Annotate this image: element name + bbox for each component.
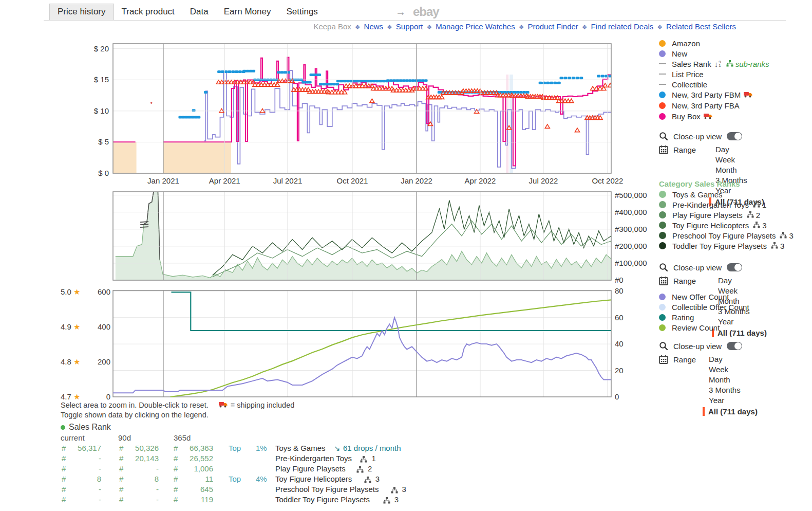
calendar-icon: [659, 276, 668, 285]
calendar-icon: [659, 355, 668, 364]
x-tick-jul-2021: Jul 2021: [267, 176, 308, 185]
offers-left-tick-200: 200: [90, 357, 110, 366]
price-y-tick-0: $ 0: [78, 169, 109, 177]
range-option-all-3[interactable]: All (711 days): [703, 406, 758, 416]
legend-item-new[interactable]: New: [659, 48, 687, 59]
star-icon: ★: [73, 392, 80, 401]
rating-value: 4.9: [61, 322, 73, 331]
range-option-day-2[interactable]: Day: [718, 276, 732, 286]
table-row: #8#8#11Top4%Toy Figure Helicopters3: [0, 474, 565, 485]
drops-arrow-icon: ↘: [334, 444, 341, 453]
legend-item-amazon[interactable]: Amazon: [659, 38, 700, 48]
rank-value: -: [127, 464, 159, 473]
category-name: Pre-Kindergarten Toys: [275, 454, 352, 463]
rating-tick-4.9: 4.9 ★: [61, 322, 80, 332]
range-option-week-3[interactable]: Week: [709, 365, 728, 375]
closeup-view-control-3[interactable]: Close-up view: [659, 341, 742, 351]
subranks-link[interactable]: sub-ranks: [735, 60, 769, 68]
stats-col-365d: 365d: [174, 433, 191, 442]
range-all-label: All (711 days): [717, 328, 767, 337]
range-option-day-3[interactable]: Day: [709, 355, 723, 365]
sales-rank-stats-header: Sales Rank: [61, 423, 111, 432]
range-selected-marker: [703, 407, 705, 416]
top-percent: 1%: [256, 444, 267, 452]
tree-wrap: [364, 476, 371, 485]
legend-item-list-price[interactable]: List Price: [659, 69, 704, 79]
closeup-toggle[interactable]: [727, 132, 742, 140]
range-option-all-1[interactable]: All (711 days): [709, 196, 764, 207]
range-option-year-2[interactable]: Year: [718, 317, 733, 327]
offers-right-tick-80: 80: [615, 286, 624, 295]
price-y-tick-5: $ 5: [78, 137, 109, 146]
rank-hash: #: [62, 495, 66, 504]
rank-hash: #: [62, 454, 66, 463]
shipping-truck-icon: [744, 92, 752, 98]
range-option-year-3[interactable]: Year: [709, 396, 724, 406]
x-tick-apr-2021: Apr 2021: [204, 176, 245, 185]
category-name: Preschool Toy Figure Playsets: [275, 485, 379, 494]
stats-col-current: current: [61, 433, 85, 442]
legend-item-new-3rd-party-fba[interactable]: New, 3rd Party FBA: [659, 100, 740, 111]
closeup-label: Close-up view: [673, 342, 722, 351]
legend-item-new-3rd-party-fbm[interactable]: New, 3rd Party FBM: [659, 89, 752, 100]
stats-col-90d: 90d: [118, 433, 131, 442]
table-row: #-#-#119Toddler Toy Figure Playsets3: [0, 495, 565, 505]
range-label: Range: [673, 145, 696, 154]
table-row: #-#20,143#26,552Pre-Kindergarten Toys1: [0, 454, 565, 464]
legend-item-sales-rank[interactable]: Sales Rank↓91sub-ranks: [659, 59, 769, 69]
range-option-day-1[interactable]: Day: [715, 145, 729, 155]
rank-value: -: [127, 495, 159, 504]
range-option-month-3[interactable]: Month: [709, 375, 730, 386]
rank-y-tick-2: #300,000: [615, 225, 647, 233]
legend-dash: [659, 84, 666, 85]
series-new-offer-count[interactable]: [113, 318, 611, 393]
sales-rank-title: Sales Rank: [69, 423, 111, 432]
closeup-toggle[interactable]: [727, 263, 742, 271]
toggle-knob: [734, 264, 742, 271]
closeup-view-control-2[interactable]: Close-up view: [659, 263, 742, 272]
rank-value: 66,363: [181, 444, 213, 452]
legend-item-review-count[interactable]: Review Count: [659, 322, 720, 333]
rank-value: -: [69, 485, 101, 494]
star-icon: ★: [73, 322, 80, 331]
rank-value: -: [127, 485, 159, 494]
category-sales-ranks-title: Category Sales Ranks: [659, 179, 740, 188]
rating-value: 4.7: [61, 392, 73, 401]
range-option-month-1[interactable]: Month: [715, 166, 737, 176]
closeup-toggle[interactable]: [727, 342, 742, 350]
legend-label: Collectible Offer Count: [672, 303, 749, 312]
rank-value: -: [69, 464, 101, 473]
closeup-view-control-1[interactable]: Close-up view: [659, 132, 742, 141]
magnifier-icon: [659, 341, 668, 351]
offers-right-tick-60: 60: [615, 313, 624, 322]
category-name: Play Figure Playsets: [275, 464, 346, 473]
legend-item-collectible[interactable]: Collectible: [659, 79, 707, 89]
legend-label: New, 3rd Party FBA: [672, 101, 740, 110]
legend-label: Sales Rank: [672, 60, 711, 68]
price-y-tick-10: $ 10: [78, 106, 109, 115]
category-name: Toy Figure Helicopters: [275, 474, 352, 483]
rank-y-tick-3: #200,000: [615, 242, 647, 250]
range-control-3: Range: [659, 355, 696, 364]
range-option-3-months-3[interactable]: 3 Months: [709, 386, 741, 396]
truck-wrap: [704, 112, 712, 121]
legend-item-rating[interactable]: Rating: [659, 312, 694, 322]
tree-wrap: [391, 486, 398, 495]
legend-dot: [659, 40, 666, 47]
range-option-week-1[interactable]: Week: [715, 155, 735, 166]
rating-value: 5.0: [61, 287, 73, 296]
legend-item-collectible-offer-count[interactable]: Collectible Offer Count: [659, 302, 749, 312]
legend-item-new-offer-count[interactable]: New Offer Count: [659, 291, 729, 302]
rank-hash: #: [174, 444, 178, 452]
star-icon: ★: [73, 357, 80, 366]
series-rating[interactable]: [172, 292, 612, 331]
legend-item-buy-box[interactable]: Buy Box: [659, 111, 712, 121]
x-tick-jan-2021: Jan 2021: [143, 176, 184, 185]
series-review-count[interactable]: [171, 300, 611, 397]
range-all-label: All (711 days): [708, 407, 758, 416]
range-option-all-2[interactable]: All (711 days): [712, 327, 767, 338]
offers-right-tick-40: 40: [615, 339, 624, 348]
tree-wrap: [360, 455, 367, 464]
top-label: Top: [229, 474, 241, 483]
legend-label: Buy Box: [672, 112, 701, 121]
